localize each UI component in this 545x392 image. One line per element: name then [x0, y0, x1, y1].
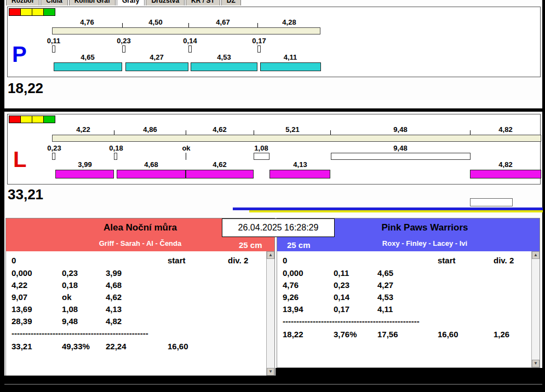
run-time-label: 4,82 [498, 160, 512, 169]
column-division: div. 2 [494, 256, 514, 265]
lane-letter-p: P [12, 43, 27, 65]
table-row: 4,22 0,18 4,68 [6, 280, 265, 292]
dog-run-bar [260, 62, 321, 71]
cell-cumulative: 13,94 [283, 304, 303, 314]
exchange-marker [254, 153, 269, 160]
cell-run: 4,82 [106, 316, 122, 326]
tab-druzstva[interactable]: Družstva [146, 0, 185, 5]
segment-tick [188, 23, 189, 27]
dog-run-bar [55, 170, 114, 178]
cell-run: 4,68 [106, 280, 122, 290]
cell-cumulative: 4,76 [283, 280, 299, 290]
cell-run: 4,53 [377, 292, 393, 302]
light-yellow-icon [21, 116, 32, 123]
cell-run: 4,13 [106, 304, 122, 314]
scrollbar-right-table[interactable]: ▲ ▼ [531, 251, 540, 367]
exchange-marker [188, 45, 192, 53]
cell-cumulative: 13,69 [12, 304, 32, 314]
cell-cumulative: 4,22 [12, 280, 27, 290]
cell-exchange: 0,18 [62, 280, 78, 290]
segment-tick [257, 23, 258, 27]
height-class-label: 25 cm [287, 240, 311, 250]
start-lights-p [9, 8, 55, 16]
graph-panel-p: 4,76 4,50 4,67 4,28 0,11 0,23 0,14 0,17 … [7, 7, 541, 77]
table-header-row: 0 start div. 2 [6, 256, 265, 268]
exchange-time-label: 0,11 [47, 37, 61, 45]
segment-time-label: 4,50 [148, 18, 162, 26]
table-header-row: 0 start div. 2 [277, 256, 530, 268]
light-yellow-icon [32, 116, 44, 123]
segment-tick [254, 130, 254, 135]
dog-run-bar [186, 170, 254, 178]
dashes-row: ----------------------------------------… [277, 316, 530, 328]
table-row: 13,94 0,17 4,11 [277, 304, 530, 316]
light-yellow-icon [21, 9, 32, 15]
exchange-marker [257, 45, 261, 53]
segment-time-label: 4,82 [498, 125, 512, 134]
exchange-marker [52, 153, 55, 160]
start-lights-l [9, 116, 55, 123]
exchange-marker [52, 45, 55, 53]
scroll-up-icon[interactable]: ▲ [267, 251, 274, 259]
light-green-icon [44, 9, 55, 15]
cumulative-time-bar [52, 135, 541, 142]
bottom-edge-line [4, 384, 542, 385]
cell-exchange: ok [62, 292, 72, 302]
segment-time-label: 4,62 [213, 125, 226, 134]
cell-exchange: 0,14 [334, 292, 349, 302]
cell-cumulative: 9,26 [283, 292, 299, 302]
total-start: 16,60 [438, 330, 458, 339]
run-time-label: 4,27 [150, 53, 163, 61]
team-panel-left: Alea Noční můra Griff - Sarah - Al - Čen… [5, 218, 275, 376]
table-row: 9,07 ok 4,62 [6, 292, 265, 304]
scrollbar-left-table[interactable]: ▲ ▼ [266, 251, 274, 376]
column-start: start [438, 256, 456, 265]
segment-tick [114, 130, 114, 135]
segment-time-label: 4,86 [143, 125, 157, 134]
exchange-marker [114, 153, 117, 160]
total-runs: 22,24 [106, 342, 127, 351]
total-percent: 3,76% [334, 330, 357, 339]
segment-time-label: 4,22 [76, 125, 90, 134]
total-start: 16,60 [168, 342, 188, 351]
run-time-label: 4,11 [284, 53, 297, 61]
exchange-marker [331, 153, 471, 160]
dashes: ----------------------------------------… [283, 316, 420, 326]
table-row: 13,69 1,08 4,13 [6, 304, 265, 316]
exchange-marker-ok [186, 153, 186, 160]
team-members: Roxy - Finley - Lacey - Ivi [310, 239, 540, 247]
dog-run-bar [117, 170, 186, 178]
scroll-down-icon[interactable]: ▼ [267, 368, 274, 376]
run-time-label: 4,68 [144, 160, 158, 169]
light-red-icon [9, 116, 21, 123]
tab-kombi-graf[interactable]: Kombi Graf [69, 0, 116, 5]
team-name: Pink Paws Warriors [310, 222, 540, 233]
total-percent: 49,33% [62, 342, 90, 351]
tab-grafy[interactable]: Grafy [117, 0, 145, 5]
table-row: 0,000 0,11 4,65 [277, 268, 530, 280]
team-members: Griff - Sarah - Al - Čenda [6, 239, 274, 247]
tab-dz[interactable]: DZ [221, 0, 241, 5]
run-time-label: 4,13 [293, 160, 307, 169]
cell-exchange: 9,48 [62, 316, 78, 326]
cell-run: 4,65 [377, 268, 393, 278]
segment-time-label: 4,67 [216, 18, 230, 26]
tab-kr-st[interactable]: KR / ST [186, 0, 220, 5]
dashes: ----------------------------------------… [12, 328, 148, 338]
results-table-right: 0 start div. 2 0,000 0,11 4,65 4,76 0,23… [277, 251, 540, 367]
team-panel-right: Pink Paws Warriors Roxy - Finley - Lacey… [277, 218, 540, 368]
scroll-up-icon[interactable]: ▲ [532, 251, 540, 259]
tab-cidla[interactable]: Čidla [41, 0, 67, 5]
exchange-time-label: 0,18 [109, 144, 123, 152]
exchange-time-label: 0,14 [183, 37, 197, 45]
height-class-label: 25 cm [239, 240, 262, 250]
segment-time-label: 4,28 [282, 18, 296, 26]
tab-rozbor[interactable]: Rozbor [6, 0, 39, 5]
exchange-marker [122, 45, 125, 53]
timing-app-window: Rozbor Čidla Kombi Graf Grafy Družstva K… [0, 0, 545, 392]
exchange-time-label: 9,48 [393, 144, 407, 152]
scroll-down-icon[interactable]: ▼ [532, 360, 540, 367]
total-time-p: 18,22 [8, 80, 43, 97]
exchange-time-label: 0,23 [47, 144, 61, 152]
total-time: 18,22 [283, 330, 303, 339]
